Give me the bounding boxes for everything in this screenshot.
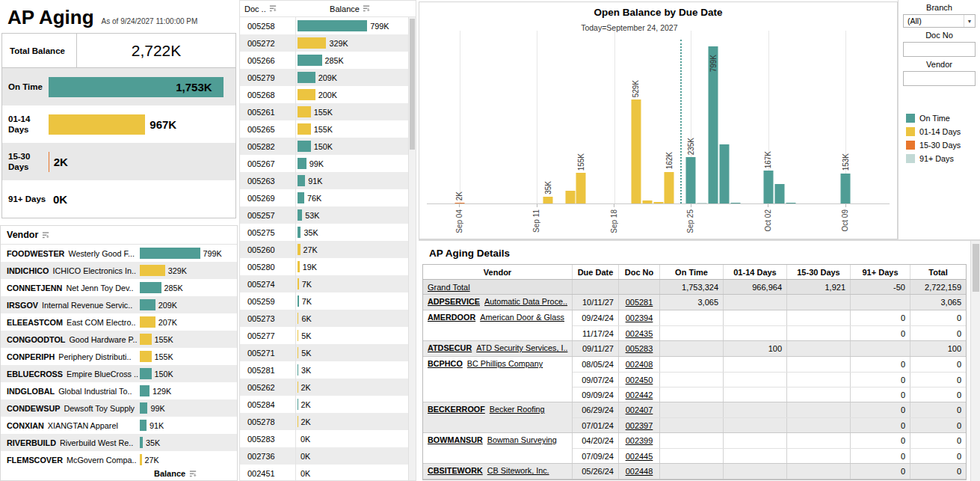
vendor-balance-bar[interactable]: [140, 299, 155, 310]
sort-icon[interactable]: [42, 231, 50, 239]
due-date-bar[interactable]: [631, 99, 641, 203]
due-date-bar[interactable]: [786, 203, 795, 203]
doc-row[interactable]: 005261 155K: [240, 103, 408, 120]
vendor-row[interactable]: INDICHICOICHICO Electronics In.. 329K: [1, 262, 237, 279]
due-date-bar[interactable]: [565, 191, 575, 203]
doc-row[interactable]: 005272 329K: [240, 34, 408, 52]
aging-bucket-row[interactable]: On Time 1,753K: [2, 68, 235, 105]
doc-balance-bar[interactable]: [298, 313, 298, 324]
legend-item[interactable]: 01-14 Days: [906, 125, 980, 138]
column-header[interactable]: Doc No: [619, 265, 660, 279]
vendor-row[interactable]: IRSGOVInternal Revenue Servic.. 209K: [1, 296, 237, 313]
due-date-bar[interactable]: [543, 197, 553, 203]
doc-no-link[interactable]: 002450: [626, 376, 653, 385]
doc-row[interactable]: 005273 6K: [240, 310, 408, 327]
doc-row[interactable]: 005259 7K: [240, 292, 408, 310]
due-date-bar[interactable]: [576, 173, 586, 203]
due-date-bar[interactable]: [841, 174, 851, 203]
vendor-balance-bar[interactable]: [140, 282, 161, 293]
doc-row[interactable]: 005275 35K: [240, 224, 408, 241]
legend-item[interactable]: 91+ Days: [906, 152, 980, 165]
doc-no-link[interactable]: 002397: [626, 421, 653, 430]
vendor-balance-bar[interactable]: [140, 351, 152, 362]
vendor-row[interactable]: INDGLOBALGlobal Industrial To.. 129K: [1, 382, 237, 399]
vendor-row[interactable]: FLEMSCOVERMcGovern Compa.. 27K: [1, 451, 237, 467]
column-header[interactable]: Total: [910, 265, 966, 279]
doc-balance-bar[interactable]: [298, 382, 298, 393]
column-header[interactable]: 15-30 Days: [787, 265, 851, 279]
doc-no-input[interactable]: [903, 42, 976, 57]
balance-axis-label[interactable]: Balance: [154, 469, 185, 478]
doc-scrollbar-thumb[interactable]: [410, 19, 415, 150]
vendor-link[interactable]: BECKERROOFBecker Roofing: [428, 405, 545, 414]
column-header[interactable]: Due Date: [573, 265, 619, 279]
doc-row[interactable]: 005260 27K: [240, 241, 408, 258]
doc-no-link[interactable]: 002445: [626, 452, 653, 461]
doc-row[interactable]: 005280 19K: [240, 258, 408, 275]
vendor-balance-bar[interactable]: [140, 334, 152, 345]
doc-column-title[interactable]: Doc ..: [244, 4, 266, 13]
doc-balance-bar[interactable]: [298, 227, 301, 238]
doc-balance-bar[interactable]: [298, 295, 299, 307]
doc-row[interactable]: 005267 99K: [240, 155, 408, 172]
legend-item[interactable]: On Time: [906, 111, 980, 125]
doc-balance-bar[interactable]: [298, 416, 298, 427]
doc-row[interactable]: 005266 285K: [240, 52, 408, 69]
vendor-balance-bar[interactable]: [140, 316, 155, 328]
due-date-bar[interactable]: [686, 157, 696, 203]
doc-row[interactable]: 005279 209K: [240, 69, 408, 86]
doc-balance-bar[interactable]: [298, 347, 298, 358]
due-date-bar[interactable]: [454, 203, 464, 203]
vendor-balance-bar[interactable]: [140, 368, 152, 379]
vendor-row[interactable]: CONNETJENNNet Jenn Toy Dev.. 285K: [1, 279, 237, 296]
doc-row[interactable]: 005257 53K: [240, 206, 408, 224]
doc-balance-bar[interactable]: [298, 278, 299, 289]
vendor-row[interactable]: CONPERIPHPeriphery Distributi.. 155K: [1, 348, 237, 365]
doc-balance-bar[interactable]: [298, 175, 305, 186]
aging-bucket-bar[interactable]: [49, 152, 49, 172]
aging-bucket-bar[interactable]: [49, 114, 145, 135]
legend-item[interactable]: 15-30 Days: [906, 138, 980, 152]
doc-balance-bar[interactable]: [298, 20, 367, 31]
due-date-bar[interactable]: [697, 203, 707, 203]
due-date-bar[interactable]: [720, 144, 730, 203]
sort-icon[interactable]: [363, 4, 371, 13]
column-header[interactable]: On Time: [660, 265, 724, 279]
vendor-row[interactable]: FOODWESTERWesterly Good F... 799K: [1, 245, 237, 262]
doc-row[interactable]: 005274 7K: [240, 275, 408, 292]
doc-row[interactable]: 005281 3K: [240, 361, 408, 379]
doc-row[interactable]: 002736 0K: [240, 447, 408, 465]
doc-row[interactable]: 002451 0K: [240, 465, 408, 480]
doc-no-link[interactable]: 002442: [626, 390, 653, 399]
balance-column-title[interactable]: Balance: [330, 4, 360, 13]
due-date-bar[interactable]: [665, 172, 674, 204]
column-header[interactable]: 01-14 Days: [724, 265, 787, 279]
doc-row[interactable]: 005271 5K: [240, 344, 408, 361]
doc-list-scrollbar[interactable]: [408, 17, 416, 480]
vendor-input[interactable]: [903, 71, 976, 86]
details-scrollbar-thumb[interactable]: [973, 244, 979, 292]
vendor-row[interactable]: EBLUECROSSEmpire BlueCross .. 150K: [1, 365, 237, 382]
doc-no-link[interactable]: 005283: [626, 344, 653, 353]
doc-row[interactable]: 005268 200K: [240, 86, 408, 103]
doc-balance-bar[interactable]: [298, 399, 298, 410]
doc-no-link[interactable]: 005281: [626, 298, 653, 307]
sort-icon[interactable]: [269, 4, 277, 13]
aging-bucket-row[interactable]: 91+ Days 0K: [2, 180, 235, 218]
doc-row[interactable]: 005277 5K: [240, 327, 408, 344]
vendor-balance-bar[interactable]: [140, 420, 147, 431]
doc-balance-bar[interactable]: [298, 55, 322, 66]
details-scrollbar[interactable]: [970, 241, 980, 481]
vendor-link[interactable]: AMERDOORAmerican Door & Glass: [428, 313, 564, 322]
vendor-row[interactable]: CONXIANXIANGTAN Apparel 91K: [1, 417, 237, 434]
doc-row[interactable]: 005262 2K: [240, 379, 408, 396]
vendor-link[interactable]: ADPSERVICEAutomatic Data Proce..: [428, 297, 567, 306]
chevron-down-icon[interactable]: ▼: [964, 15, 975, 27]
doc-balance-bar[interactable]: [298, 37, 326, 49]
doc-no-link[interactable]: 002448: [626, 467, 653, 476]
grand-total-cell[interactable]: Grand Total: [423, 280, 573, 294]
doc-row[interactable]: 005269 76K: [240, 189, 408, 206]
doc-balance-bar[interactable]: [298, 106, 311, 117]
vendor-link[interactable]: CBSITEWORKCB Sitework, Inc.: [428, 466, 549, 475]
column-header[interactable]: Vendor: [423, 265, 573, 279]
